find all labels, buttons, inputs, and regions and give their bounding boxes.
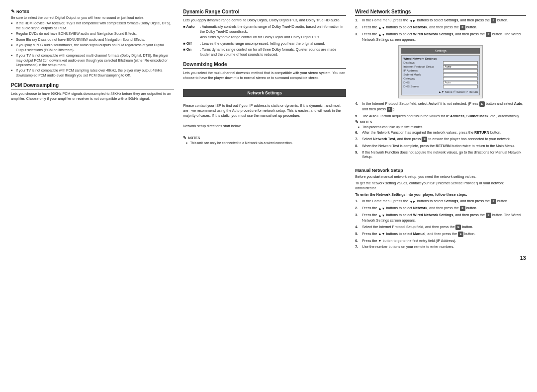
- mid-column: Dynamic Range Control Lets you apply dyn…: [183, 9, 346, 251]
- ud-arrow-icon: ▲▼: [378, 206, 385, 211]
- step-text: Press the ▲▼ buttons to select Network, …: [362, 206, 477, 211]
- wired-step-5: 5. The Auto Function acquires and fills …: [355, 114, 526, 119]
- step-text: Press the ▲▼ buttons to select Wired Net…: [362, 213, 526, 223]
- enter-btn-icon: E: [458, 232, 463, 237]
- off-item: ■ Off : Leaves the dynamic range uncompr…: [183, 41, 346, 46]
- step-text: Select the Internet Protocol Setup field…: [362, 225, 473, 230]
- auto-item: ■ Auto : Automatically controls the dyna…: [183, 24, 346, 34]
- step-num: 6.: [355, 238, 360, 243]
- step-text: Press the ▲▼ buttons to select Manual, a…: [362, 232, 475, 237]
- note2-item: This unit can only be connected to a Net…: [186, 141, 346, 146]
- note-item: If your TV is not compatible with compre…: [11, 53, 174, 67]
- step-text: When the Network Test is complete, press…: [362, 144, 515, 149]
- note-item: If your TV is not compatible with PCM sa…: [11, 68, 174, 78]
- step-num: 3.: [355, 32, 360, 42]
- downmix-title: Downmixing Mode: [183, 62, 346, 69]
- step-text: If the Network Function does not acquire…: [362, 150, 526, 159]
- network-p1: Please contact your ISP to find out if y…: [183, 103, 346, 118]
- manual-step-4: 4. Select the Internet Protocol Setup fi…: [355, 225, 526, 230]
- dynamic-title: Dynamic Range Control: [183, 9, 346, 16]
- on-label: ■ On: [183, 47, 198, 57]
- on-item: ■ On : Turns dynamic range control on fo…: [183, 47, 346, 57]
- step-text: Press the ▲▼ buttons to select Network, …: [362, 25, 477, 30]
- manual-step-1: 1. In the Home menu, press the ◄► button…: [355, 199, 526, 204]
- ss-row-dns-server: DNS Server: [403, 85, 478, 88]
- wired-step-8: 8. When the Network Test is complete, pr…: [355, 144, 526, 149]
- enter-btn-icon: E: [387, 107, 392, 112]
- notes-list: Be sure to select the correct Digital Ou…: [11, 15, 174, 78]
- page-number: 13: [11, 255, 526, 261]
- screenshot-title: Settings: [401, 48, 480, 54]
- downmix-text: Lets you select the multi-channel downmi…: [183, 71, 346, 80]
- on-text: : Turns dynamic range control on for all…: [200, 47, 346, 57]
- step-num: 1.: [355, 18, 360, 23]
- note3-item: This process can take up to five minutes…: [358, 125, 526, 130]
- manual-step-3: 3. Press the ▲▼ buttons to select Wired …: [355, 213, 526, 223]
- step-text: Select Network Test, and then press E to…: [362, 137, 511, 142]
- wired-steps-list-3: 6. After the Network Function has acquir…: [355, 130, 526, 159]
- wired-step-3: 3. Press the ▲▼ buttons to select Wired …: [355, 32, 526, 42]
- manual-intro2: To get the network setting values, conta…: [355, 181, 526, 191]
- ud-arrow-icon: ▲▼: [378, 25, 385, 30]
- step-num: 4.: [355, 101, 360, 112]
- auto-label: ■ Auto: [183, 24, 198, 34]
- step-num: 6.: [355, 130, 360, 135]
- step-num: 7.: [355, 244, 360, 249]
- notes2-box: NOTES This unit can only be connected to…: [183, 136, 346, 146]
- step-num: 1.: [355, 199, 360, 204]
- off-text: : Leaves the dynamic range uncompressed,…: [200, 41, 325, 46]
- note-item: If you play MPEG audio soundtracks, the …: [11, 43, 174, 52]
- enter-btn-icon: E: [460, 25, 465, 30]
- step-text: Press the ▼ button to go to the first en…: [362, 238, 456, 243]
- downmix-section: Downmixing Mode Lets you select the mult…: [183, 62, 346, 82]
- lr-arrow-icon: ◄►: [409, 18, 416, 23]
- wired-step-2: 2. Press the ▲▼ buttons to select Networ…: [355, 25, 526, 30]
- step-num: 5.: [355, 114, 360, 119]
- notes-section: NOTES Be sure to select the correct Digi…: [11, 9, 174, 78]
- notes3-box: NOTES This process can take up to five m…: [355, 120, 526, 130]
- step-num: 5.: [355, 232, 360, 237]
- step-num: 2.: [355, 25, 360, 30]
- wired-step-1: 1. In the Home menu, press the ◄► button…: [355, 18, 526, 23]
- ud-arrow-icon: ▲▼: [378, 232, 385, 236]
- dynamic-text: Lets you apply dynamic range control to …: [183, 18, 346, 23]
- enter-btn-icon: E: [491, 199, 496, 204]
- manual-step-2: 2. Press the ▲▼ buttons to select Networ…: [355, 206, 526, 211]
- step-text: Use the number buttons on your remote to…: [362, 244, 454, 249]
- ss-row-gateway: Gateway: [403, 77, 478, 80]
- wired-step-9: 9. If the Network Function does not acqu…: [355, 150, 526, 159]
- ss-row-ip-setup: Internet Protocol Setup Auto: [403, 65, 478, 69]
- manual-step-5: 5. Press the ▲▼ buttons to select Manual…: [355, 232, 526, 237]
- wired-title: Wired Network Settings: [355, 9, 526, 16]
- manual-bold: To enter the Network Settings into your …: [355, 192, 526, 197]
- step-text: In the Home menu, press the ◄► buttons t…: [362, 199, 508, 204]
- wired-step-4: 4. In the Internet Protocol Setup field,…: [355, 101, 526, 112]
- step-text: The Auto Function acquires and fills in …: [362, 114, 520, 119]
- manual-steps-list: 1. In the Home menu, press the ◄► button…: [355, 199, 526, 249]
- enter-btn-icon: E: [455, 225, 461, 230]
- note-item: If the HDMI device (AV receiver, TV) is …: [11, 21, 174, 30]
- manual-step-6: 6. Press the ▼ button to go to the first…: [355, 238, 526, 243]
- enter-btn-icon: E: [486, 213, 491, 218]
- right-column: Wired Network Settings 1. In the Home me…: [355, 9, 526, 251]
- ss-row-displays: Displays: [403, 61, 478, 65]
- pcm-section: PCM Downsampling Lets you choose to have…: [11, 82, 174, 103]
- step-text: In the Internet Protocol Setup field, se…: [362, 101, 526, 112]
- wired-steps-list-2: 4. In the Internet Protocol Setup field,…: [355, 101, 526, 119]
- pcm-title: PCM Downsampling: [11, 82, 174, 89]
- enter-btn-icon: E: [486, 32, 491, 37]
- ss-row-subnet: Subnet Mask: [403, 73, 478, 77]
- network-settings-bar: Network Settings: [183, 89, 346, 97]
- auto-note: Also turns dynamic range control on for …: [183, 35, 346, 40]
- note-item: Be sure to select the correct Digital Ou…: [11, 15, 174, 20]
- step-num: 3.: [355, 213, 360, 223]
- pcm-text: Lets you choose to have 96KHz PCM signal…: [11, 91, 174, 101]
- left-column: NOTES Be sure to select the correct Digi…: [11, 9, 174, 251]
- notes3-list: This process can take up to five minutes…: [355, 125, 526, 130]
- note-item: Some Blu-ray Discs do not have BONUSVIEW…: [11, 37, 174, 42]
- step-text: In the Home menu, press the ◄► buttons t…: [362, 18, 508, 23]
- screenshot-footer: ▲▼ Move ⏎ Select ↩ Return: [403, 90, 478, 93]
- notes2-label: NOTES: [183, 136, 346, 140]
- step-num: 8.: [355, 144, 360, 149]
- wired-steps-list: 1. In the Home menu, press the ◄► button…: [355, 18, 526, 42]
